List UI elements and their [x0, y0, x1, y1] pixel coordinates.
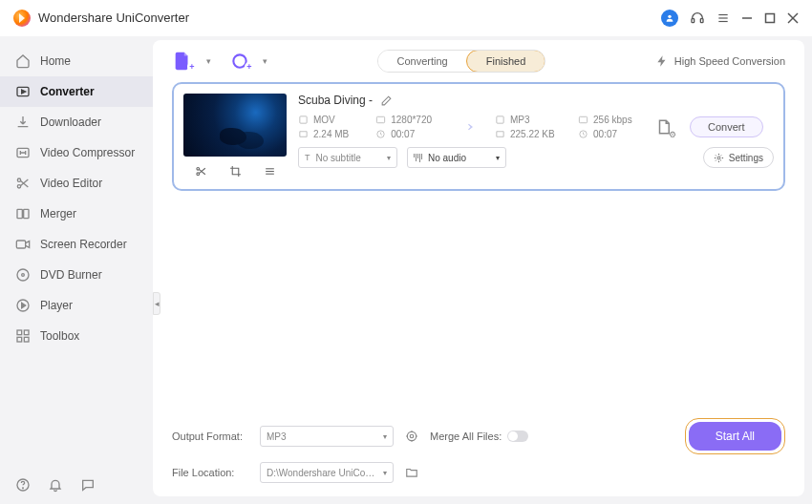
tab-converting[interactable]: Converting [378, 51, 467, 72]
home-icon [15, 53, 31, 69]
chevron-down-icon: ▾ [387, 154, 391, 162]
rename-icon[interactable] [380, 94, 393, 107]
download-icon [15, 115, 31, 130]
target-icon[interactable] [405, 430, 418, 443]
scissors-icon [15, 176, 31, 191]
sidebar-collapse-handle[interactable]: ◂ [153, 292, 160, 315]
chevron-down-icon: ▾ [206, 56, 211, 66]
svg-rect-37 [497, 116, 503, 123]
user-badge[interactable] [661, 10, 678, 27]
file-location-select[interactable]: D:\Wondershare UniConverter ▾ [260, 462, 394, 483]
open-folder-icon[interactable] [405, 466, 418, 479]
bell-icon[interactable] [48, 477, 63, 493]
audio-select[interactable]: No audio ▾ [407, 147, 506, 168]
maximize-button[interactable] [764, 12, 776, 24]
output-format-select[interactable]: MP3 ▾ [260, 426, 394, 447]
duration-icon [375, 129, 386, 139]
output-settings-icon[interactable]: ⚙ [655, 118, 673, 136]
bolt-icon [655, 54, 669, 68]
svg-rect-17 [16, 241, 25, 248]
convert-button[interactable]: Convert [690, 116, 763, 137]
sidebar-item-dvd[interactable]: DVD Burner [0, 260, 153, 290]
format-icon [298, 115, 309, 125]
headset-icon[interactable] [690, 10, 705, 26]
audio-bars-icon [414, 154, 422, 162]
high-speed-label: High Speed Conversion [674, 55, 785, 67]
add-file-button[interactable]: + ▾ [172, 51, 211, 72]
disc-icon [15, 267, 31, 283]
chevron-down-icon: ▾ [496, 154, 500, 162]
svg-rect-16 [24, 209, 29, 218]
format-icon [495, 115, 505, 125]
svg-point-0 [668, 14, 671, 17]
merge-toggle[interactable] [507, 430, 528, 442]
sidebar-item-player[interactable]: Player [0, 290, 153, 321]
arrow-right-icon [459, 117, 478, 136]
svg-rect-23 [24, 330, 29, 335]
sidebar-item-converter[interactable]: Converter [0, 76, 153, 107]
sidebar-item-label: Toolbox [40, 329, 79, 343]
sidebar-item-home[interactable]: Home [0, 46, 153, 76]
start-all-button[interactable]: Start All [689, 422, 781, 451]
resolution-icon [375, 115, 386, 125]
filesize-icon [298, 129, 309, 139]
minimize-button[interactable] [741, 12, 753, 24]
sidebar-item-label: Converter [40, 85, 95, 98]
svg-rect-7 [766, 13, 775, 22]
sidebar-item-label: Screen Recorder [40, 238, 127, 251]
sidebar-item-label: Video Compressor [40, 146, 135, 159]
chevron-down-icon: ▾ [383, 469, 387, 477]
feedback-icon[interactable] [80, 477, 96, 493]
file-card: Scuba Diving - MOV 1280*720 2.24 MB 00:0… [172, 82, 785, 191]
tab-segment: Converting Finished [377, 50, 546, 73]
tab-finished[interactable]: Finished [466, 50, 546, 73]
recorder-icon [15, 237, 31, 252]
video-thumbnail[interactable] [183, 94, 287, 157]
merger-icon [15, 206, 31, 221]
sidebar-item-toolbox[interactable]: Toolbox [0, 321, 153, 351]
sidebar-item-downloader[interactable]: Downloader [0, 107, 153, 137]
grid-icon [15, 328, 31, 344]
sidebar-item-label: Home [40, 54, 71, 68]
sidebar-item-label: DVD Burner [40, 268, 102, 282]
sidebar-item-compressor[interactable]: Video Compressor [0, 137, 153, 168]
sidebar-item-label: Merger [40, 207, 76, 220]
footer: Output Format: MP3 ▾ Merge All Files: St… [153, 409, 804, 496]
svg-rect-34 [300, 116, 307, 123]
chevron-down-icon: ▾ [383, 432, 387, 441]
svg-rect-35 [377, 116, 385, 122]
crop-icon[interactable] [229, 165, 242, 178]
help-icon[interactable] [15, 477, 31, 493]
sidebar-item-editor[interactable]: Video Editor [0, 168, 153, 199]
converter-icon [15, 84, 31, 99]
app-logo [13, 10, 31, 27]
subtitle-select[interactable]: T No subtitle ▾ [298, 147, 397, 168]
more-icon[interactable] [264, 165, 276, 178]
svg-marker-21 [22, 303, 26, 307]
file-location-label: File Location: [172, 467, 248, 478]
sidebar-item-recorder[interactable]: Screen Recorder [0, 229, 153, 260]
svg-rect-15 [17, 209, 22, 218]
sidebar-item-label: Video Editor [40, 177, 102, 190]
settings-button[interactable]: Settings [703, 147, 774, 168]
play-icon [15, 298, 31, 313]
trim-icon[interactable] [195, 165, 207, 178]
close-button[interactable] [787, 12, 799, 24]
content-panel: + ▾ + ▾ Converting Finished High Speed C… [153, 40, 804, 496]
add-folder-button[interactable]: + ▾ [230, 52, 267, 71]
source-spec: MOV 1280*720 2.24 MB 00:07 [298, 115, 441, 139]
compressor-icon [15, 145, 31, 160]
svg-point-40 [717, 157, 720, 159]
sidebar-item-merger[interactable]: Merger [0, 199, 153, 229]
file-name: Scuba Diving - [298, 94, 373, 107]
menu-icon[interactable] [716, 11, 730, 25]
chevron-down-icon: ▾ [263, 56, 267, 66]
svg-point-18 [17, 269, 29, 281]
svg-marker-11 [22, 90, 26, 94]
target-spec: MP3 256 kbps 225.22 KB 00:07 [495, 115, 638, 139]
sidebar: Home Converter Downloader Video Compress… [0, 36, 153, 504]
high-speed-toggle[interactable]: High Speed Conversion [655, 54, 785, 68]
subtitle-icon: T [305, 153, 310, 162]
merge-label: Merge All Files: [430, 430, 502, 442]
filesize-icon [495, 129, 505, 139]
